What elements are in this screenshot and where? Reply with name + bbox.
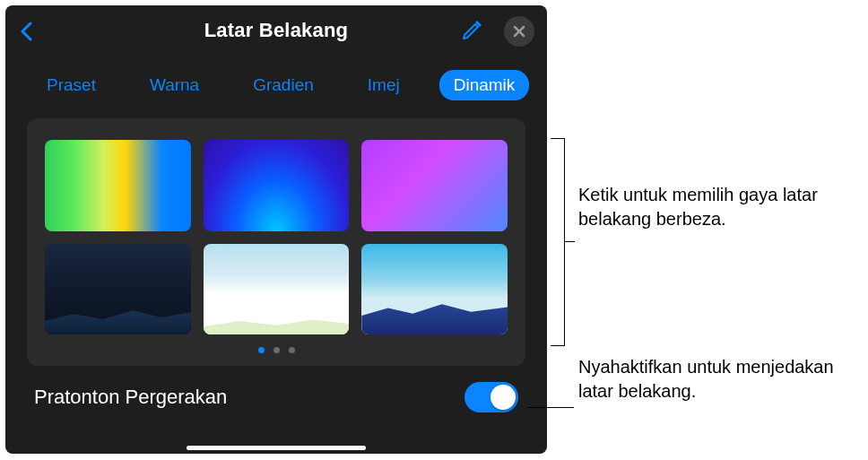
panel-title: Latar Belakang bbox=[204, 19, 349, 42]
close-icon bbox=[513, 25, 525, 38]
page-dots bbox=[45, 334, 508, 359]
eyedropper-icon[interactable] bbox=[459, 18, 486, 45]
dynamic-bg-thumb-1[interactable] bbox=[45, 140, 191, 231]
tab-warna[interactable]: Warna bbox=[135, 70, 213, 100]
page-dot-3[interactable] bbox=[289, 347, 295, 353]
callout-bracket-icon bbox=[551, 138, 565, 346]
callout-toggle: Nyahaktifkan untuk menjedakan latar bela… bbox=[578, 355, 847, 404]
dynamic-bg-thumb-6[interactable] bbox=[361, 244, 508, 335]
close-button[interactable] bbox=[504, 16, 534, 47]
motion-preview-row: Pratonton Pergerakan bbox=[5, 366, 547, 412]
back-chevron-icon[interactable] bbox=[20, 22, 32, 41]
dynamic-bg-thumb-4[interactable] bbox=[45, 244, 191, 335]
dynamic-bg-thumb-2[interactable] bbox=[204, 140, 350, 231]
motion-preview-label: Pratonton Pergerakan bbox=[34, 386, 227, 409]
dynamic-bg-thumb-5[interactable] bbox=[204, 244, 350, 335]
panel-header: Latar Belakang bbox=[5, 5, 547, 56]
callout-bracket-stem-icon bbox=[564, 241, 575, 242]
style-tabs: Praset Warna Gradien Imej Dinamik bbox=[5, 56, 547, 118]
tab-imej[interactable]: Imej bbox=[353, 70, 414, 100]
toggle-knob-icon bbox=[490, 385, 516, 410]
motion-preview-toggle[interactable] bbox=[464, 382, 518, 412]
tab-dinamik[interactable]: Dinamik bbox=[439, 70, 530, 100]
thumbnail-area bbox=[27, 118, 525, 366]
callout-tabs: Ketik untuk memilih gaya latar belakang … bbox=[578, 183, 847, 231]
page-dot-1[interactable] bbox=[258, 347, 265, 353]
dynamic-bg-thumb-3[interactable] bbox=[361, 140, 508, 231]
tab-gradien[interactable]: Gradien bbox=[239, 70, 328, 100]
callout-leader-icon bbox=[527, 407, 574, 408]
background-panel: Latar Belakang Praset Warna Gradien Imej… bbox=[5, 5, 547, 454]
tab-praset[interactable]: Praset bbox=[32, 70, 110, 100]
home-indicator-icon[interactable] bbox=[187, 446, 366, 450]
thumbnail-grid bbox=[45, 140, 508, 334]
page-dot-2[interactable] bbox=[273, 347, 280, 353]
